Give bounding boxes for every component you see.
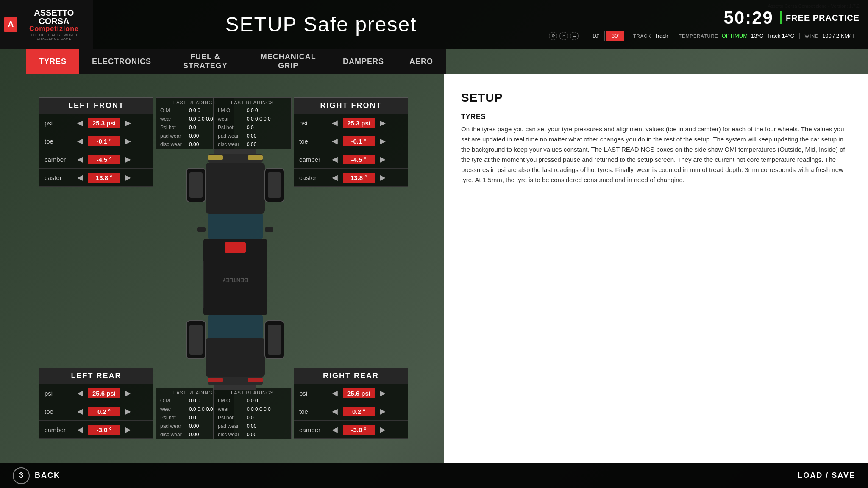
lf-toe-label: toe [45, 138, 72, 145]
lr-lr-pad-wear-value: 0.00 [189, 423, 199, 429]
rr-toe-label: toe [299, 408, 327, 415]
lr-lf-wear-label: wear [160, 116, 186, 122]
lf-toe-value: -0.1 ° [88, 136, 120, 146]
rf-camber-increase[interactable]: ▶ [377, 153, 389, 165]
rf-toe-decrease[interactable]: ◀ [329, 135, 341, 147]
lr-rf-wear-row: wear 0.0 0.0 0.0 [214, 115, 291, 123]
rr-toe-row: toe ◀ 0.2 ° ▶ [294, 402, 408, 421]
time-10-button[interactable]: 10' [587, 30, 605, 41]
nav-tabs: TYRES ELECTRONICS FUEL & STRATEGY MECHAN… [26, 49, 446, 74]
lf-camber-row: camber ◀ -4.5 ° ▶ [39, 150, 153, 169]
lr-toe-decrease[interactable]: ◀ [74, 405, 86, 417]
lf-caster-increase[interactable]: ▶ [122, 172, 134, 183]
settings-icon[interactable]: ⚙ [549, 32, 557, 40]
lf-psi-increase[interactable]: ▶ [122, 117, 134, 129]
rf-caster-increase[interactable]: ▶ [377, 172, 389, 183]
rf-caster-decrease[interactable]: ◀ [329, 172, 341, 183]
tab-tyres[interactable]: TYRES [26, 49, 79, 74]
temperature-label: TEMPERATURE [679, 33, 718, 39]
lf-toe-decrease[interactable]: ◀ [74, 135, 86, 147]
lr-toe-increase[interactable]: ▶ [122, 405, 134, 417]
lr-camber-increase[interactable]: ▶ [122, 424, 134, 435]
logo-competizione: Competizione [19, 25, 89, 32]
lr-rf-wear-label: wear [218, 116, 243, 122]
rf-psi-decrease[interactable]: ◀ [329, 117, 341, 129]
svg-rect-24 [248, 378, 263, 382]
lr-rf-pad-wear-label: pad wear [218, 133, 243, 139]
logo-assetto: ASSETTO CORSA [19, 8, 89, 25]
svg-rect-16 [268, 325, 281, 355]
rr-psi-decrease[interactable]: ◀ [329, 387, 341, 399]
temperature-section: TEMPERATURE OPTIMUM 13°C Track 14°C [673, 33, 799, 39]
lf-camber-increase[interactable]: ▶ [122, 153, 134, 165]
lf-toe-increase[interactable]: ▶ [122, 135, 134, 147]
lf-psi-decrease[interactable]: ◀ [74, 117, 86, 129]
svg-rect-2 [206, 163, 265, 214]
rr-toe-value: 0.2 ° [343, 407, 375, 416]
top-bar: A ASSETTO CORSA Competizione THE OFFICIA… [0, 0, 868, 49]
left-front-title: LEFT FRONT [39, 98, 153, 114]
tab-mechanical-grip[interactable]: MECHANICAL GRIP [247, 49, 330, 74]
lf-caster-label: caster [45, 174, 72, 181]
bottom-bar: 3 BACK LOAD / SAVE [0, 463, 868, 488]
rr-toe-decrease[interactable]: ◀ [329, 405, 341, 417]
practice-badge: FREE PRACTICE [780, 11, 860, 24]
rr-toe-increase[interactable]: ▶ [377, 405, 389, 417]
rr-camber-increase[interactable]: ▶ [377, 424, 389, 435]
lr-lf-pad-wear-value: 0.00 [189, 133, 199, 139]
rf-toe-value: -0.1 ° [343, 136, 375, 146]
track-section: TRACK Track [628, 33, 673, 39]
lr-rf-psi-hot-label: Psi hot [218, 125, 243, 130]
lr-lr-pad-wear-label: pad wear [160, 423, 186, 429]
rf-camber-row: camber ◀ -4.5 ° ▶ [294, 150, 408, 169]
lr-rf-pad-wear-value: 0.00 [247, 133, 256, 139]
rf-psi-row: psi ◀ 25.3 psi ▶ [294, 114, 408, 132]
right-front-panel: RIGHT FRONT psi ◀ 25.3 psi ▶ toe ◀ -0.1 … [294, 97, 408, 187]
lr-lf-omi-values: 0 0 0 [189, 108, 200, 114]
load-save-button[interactable]: LOAD / SAVE [798, 471, 855, 480]
back-button[interactable]: 3 BACK [13, 467, 60, 484]
tab-electronics[interactable]: ELECTRONICS [79, 49, 164, 74]
lf-psi-value: 25.3 psi [88, 118, 120, 128]
time-30-button[interactable]: 30' [606, 30, 624, 41]
weather-icon: ☀ [559, 32, 568, 40]
practice-label: FREE PRACTICE [786, 13, 860, 23]
rf-psi-label: psi [299, 119, 327, 127]
lf-caster-value: 13.8 ° [88, 173, 120, 183]
rf-camber-decrease[interactable]: ◀ [329, 153, 341, 165]
lf-caster-decrease[interactable]: ◀ [74, 172, 86, 183]
lr-camber-value: -3.0 ° [88, 425, 120, 435]
svg-rect-25 [197, 227, 206, 232]
svg-rect-0 [214, 149, 256, 154]
tab-dampers[interactable]: DAMPERS [330, 49, 397, 74]
left-rear-panel: LEFT REAR psi ◀ 25.6 psi ▶ toe ◀ 0.2 ° ▶… [39, 368, 153, 439]
rf-toe-label: toe [299, 138, 327, 145]
lf-camber-decrease[interactable]: ◀ [74, 153, 86, 165]
logo-icon: A [4, 17, 17, 32]
svg-rect-6 [206, 338, 265, 377]
lr-lf-psi-hot-label: Psi hot [160, 125, 186, 130]
lr-rf-wear-values: 0.0 0.0 0.0 [247, 116, 271, 122]
lr-camber-decrease[interactable]: ◀ [74, 424, 86, 435]
lr-rf-pad-wear-row: pad wear 0.00 [214, 132, 291, 140]
lr-rr-omi-row: I M O 0 0 0 [214, 396, 291, 405]
title-area: SETUP Safe preset [93, 13, 549, 36]
rr-psi-increase[interactable]: ▶ [377, 387, 389, 399]
lr-psi-decrease[interactable]: ◀ [74, 387, 86, 399]
temp-track: Track 14°C [767, 33, 794, 39]
timer-row: 50:29 FREE PRACTICE [723, 8, 860, 28]
tab-aero[interactable]: AERO [397, 49, 446, 74]
lr-psi-row: psi ◀ 25.6 psi ▶ [39, 384, 153, 402]
rf-caster-label: caster [299, 174, 327, 181]
car-area: LEFT FRONT psi ◀ 25.3 psi ▶ toe ◀ -0.1 °… [26, 74, 444, 463]
right-rear-panel: RIGHT REAR psi ◀ 25.6 psi ▶ toe ◀ 0.2 ° … [294, 368, 408, 439]
lr-rr-psi-hot-label: Psi hot [218, 415, 243, 421]
tab-fuel-strategy[interactable]: FUEL & STRATEGY [164, 49, 247, 74]
rr-camber-decrease[interactable]: ◀ [329, 424, 341, 435]
svg-rect-26 [265, 227, 273, 232]
lr-camber-label: camber [45, 426, 72, 433]
rf-psi-increase[interactable]: ▶ [377, 117, 389, 129]
logo-area: A ASSETTO CORSA Competizione THE OFFICIA… [0, 0, 93, 49]
rf-toe-increase[interactable]: ▶ [377, 135, 389, 147]
lr-psi-increase[interactable]: ▶ [122, 387, 134, 399]
